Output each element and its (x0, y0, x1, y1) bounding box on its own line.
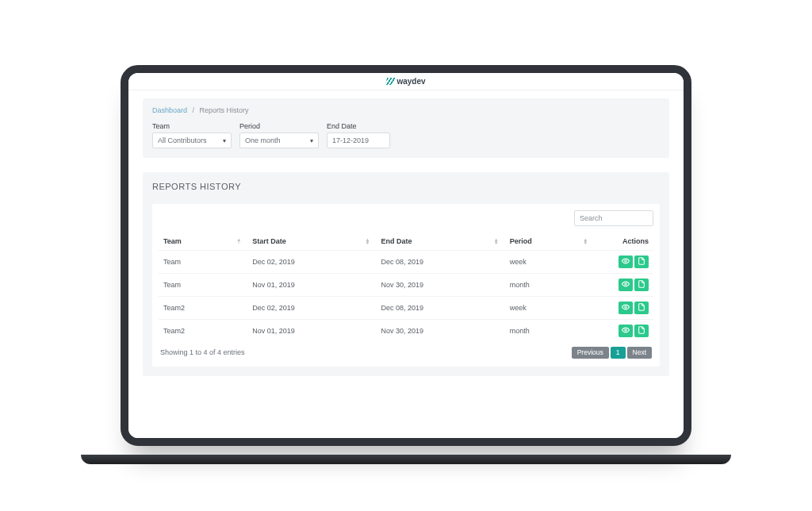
team-label: Team (152, 122, 232, 130)
col-start-label: Start Date (252, 237, 286, 245)
col-end-label: End Date (381, 237, 412, 245)
cell-actions (594, 297, 653, 320)
svg-point-2 (625, 306, 627, 309)
breadcrumb-separator: / (193, 106, 195, 114)
col-period[interactable]: Period ▲▼ (505, 232, 594, 251)
export-button[interactable] (634, 256, 649, 268)
svg-point-0 (625, 260, 627, 263)
document-icon (638, 257, 645, 267)
app-screen: waydev Dashboard / Reports History Team (128, 73, 684, 438)
section-title: REPORTS HISTORY (152, 182, 660, 191)
col-team[interactable]: Team ▲▼ (159, 232, 247, 251)
svg-point-1 (625, 283, 627, 286)
search-input[interactable]: Search (574, 210, 653, 226)
col-team-label: Team (163, 237, 182, 245)
cell-end: Dec 08, 2019 (377, 297, 505, 320)
pager: Previous 1 Next (572, 347, 652, 359)
cell-period: week (505, 251, 594, 274)
col-actions-label: Actions (622, 237, 649, 245)
cell-team: Team2 (159, 297, 247, 320)
document-icon (638, 303, 645, 313)
end-date-input[interactable]: 17-12-2019 (327, 133, 390, 148)
col-actions: Actions (594, 232, 653, 251)
period-label: Period (239, 122, 319, 130)
cell-end: Nov 30, 2019 (377, 320, 505, 343)
breadcrumb: Dashboard / Reports History (152, 106, 660, 114)
table-row: TeamDec 02, 2019Dec 08, 2019week (159, 251, 653, 274)
sort-icon: ▲▼ (366, 238, 370, 244)
chevron-down-icon: ▾ (310, 137, 313, 144)
device-frame: waydev Dashboard / Reports History Team (121, 65, 691, 446)
team-select-value: All Contributors (158, 136, 207, 144)
cell-period: month (505, 320, 594, 343)
brand: waydev (386, 77, 425, 86)
cell-start: Dec 02, 2019 (247, 297, 376, 320)
sort-icon: ▲▼ (494, 238, 499, 244)
col-end[interactable]: End Date ▲▼ (377, 232, 505, 251)
history-table-container: Search Team ▲▼ (152, 204, 660, 367)
document-icon (638, 326, 645, 336)
cell-start: Nov 01, 2019 (247, 320, 376, 343)
export-button[interactable] (634, 302, 649, 314)
col-period-label: Period (510, 237, 532, 245)
view-button[interactable] (619, 279, 633, 291)
brand-name: waydev (396, 77, 425, 86)
eye-icon (622, 326, 630, 336)
table-row: Team2Nov 01, 2019Nov 30, 2019month (159, 320, 653, 343)
cell-actions (594, 274, 653, 297)
entries-text: Showing 1 to 4 of 4 entries (160, 348, 245, 356)
period-filter: Period One month ▾ (239, 122, 319, 148)
svg-point-3 (625, 329, 627, 332)
document-icon (638, 280, 645, 290)
end-date-filter: End Date 17-12-2019 (327, 122, 390, 148)
table-row: Team2Dec 02, 2019Dec 08, 2019week (159, 297, 653, 320)
eye-icon (622, 257, 630, 267)
filters-row: Team All Contributors ▾ Period One month… (152, 122, 660, 148)
cell-actions (594, 320, 653, 343)
period-select-value: One month (245, 136, 281, 144)
table-footer: Showing 1 to 4 of 4 entries Previous 1 N… (159, 342, 653, 367)
search-row: Search (159, 210, 653, 226)
cell-team: Team (159, 274, 247, 297)
sort-icon: ▲▼ (236, 238, 241, 244)
cell-team: Team (159, 251, 247, 274)
period-select[interactable]: One month ▾ (239, 133, 319, 148)
cell-start: Nov 01, 2019 (247, 274, 376, 297)
history-card: REPORTS HISTORY Search Team (143, 172, 669, 376)
prev-button[interactable]: Previous (572, 347, 609, 359)
content-area: Dashboard / Reports History Team All Con… (128, 90, 684, 376)
device-base (81, 455, 731, 464)
search-placeholder: Search (580, 214, 603, 222)
cell-period: week (505, 297, 594, 320)
reports-table: Team ▲▼ Start Date ▲▼ End Date (159, 232, 653, 342)
cell-end: Dec 08, 2019 (377, 251, 505, 274)
eye-icon (622, 280, 630, 290)
next-button[interactable]: Next (627, 347, 652, 359)
view-button[interactable] (619, 256, 633, 268)
export-button[interactable] (634, 325, 649, 337)
view-button[interactable] (619, 302, 633, 314)
table-row: TeamNov 01, 2019Nov 30, 2019month (159, 274, 653, 297)
cell-end: Nov 30, 2019 (377, 274, 505, 297)
team-filter: Team All Contributors ▾ (152, 122, 232, 148)
brand-logo-icon (385, 78, 395, 85)
filters-card: Dashboard / Reports History Team All Con… (143, 98, 669, 158)
col-start[interactable]: Start Date ▲▼ (247, 232, 376, 251)
export-button[interactable] (634, 279, 649, 291)
cell-team: Team2 (159, 320, 247, 343)
topbar: waydev (128, 73, 684, 90)
cell-period: month (505, 274, 594, 297)
end-date-value: 17-12-2019 (332, 136, 369, 144)
breadcrumb-root-link[interactable]: Dashboard (152, 106, 187, 114)
end-date-label: End Date (327, 122, 390, 130)
eye-icon (622, 303, 630, 313)
team-select[interactable]: All Contributors ▾ (152, 133, 232, 148)
chevron-down-icon: ▾ (223, 137, 226, 144)
cell-start: Dec 02, 2019 (247, 251, 376, 274)
cell-actions (594, 251, 653, 274)
breadcrumb-current: Reports History (200, 106, 249, 114)
page-1-button[interactable]: 1 (611, 347, 626, 359)
view-button[interactable] (619, 325, 633, 337)
sort-icon: ▲▼ (583, 238, 588, 244)
